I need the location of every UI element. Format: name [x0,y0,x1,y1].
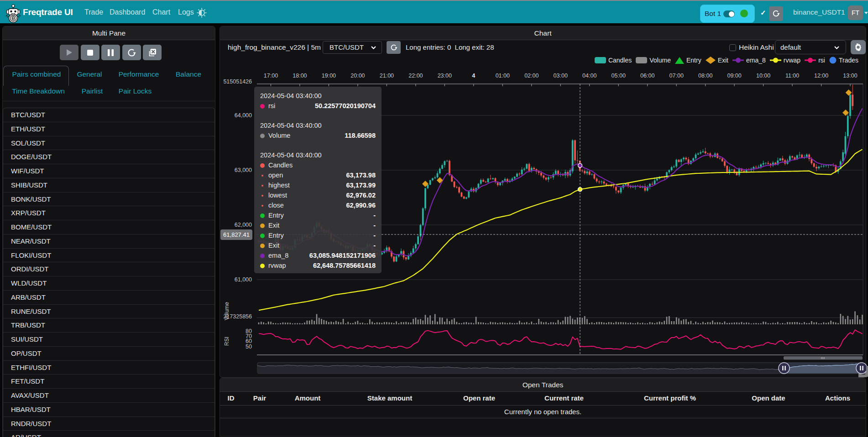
svg-text:22:00: 22:00 [408,73,423,79]
svg-text:08:00: 08:00 [698,73,712,79]
svg-text:05:00: 05:00 [612,73,626,79]
svg-text:03:00: 03:00 [554,73,568,79]
svg-text:10:00: 10:00 [756,73,770,79]
svg-text:4: 4 [472,73,475,79]
svg-text:18:00: 18:00 [293,73,307,79]
svg-text:11:00: 11:00 [785,73,799,79]
svg-text:21:00: 21:00 [380,73,394,79]
svg-text:63,000: 63,000 [235,167,252,173]
svg-text:01:00: 01:00 [496,73,510,79]
svg-text:515051426: 515051426 [223,78,252,85]
svg-text:20:00: 20:00 [350,73,365,79]
svg-text:61,827.41: 61,827.41 [223,231,250,238]
svg-text:Volume: Volume [224,302,230,320]
svg-text:19:00: 19:00 [322,73,336,79]
svg-text:07:00: 07:00 [669,73,684,79]
svg-text:50: 50 [246,343,252,350]
svg-text:13:00: 13:00 [843,73,857,79]
svg-text:61,000: 61,000 [235,276,252,283]
svg-text:64,000: 64,000 [235,112,252,119]
svg-text:06:00: 06:00 [640,73,654,79]
svg-text:12:00: 12:00 [814,73,828,79]
svg-text:17:00: 17:00 [264,73,278,79]
svg-text:09:00: 09:00 [727,73,741,79]
svg-text:62,000: 62,000 [235,222,252,228]
svg-text:RSI: RSI [224,337,230,346]
svg-text:04:00: 04:00 [582,73,596,79]
svg-text:23:00: 23:00 [438,73,452,79]
svg-text:02:00: 02:00 [524,73,539,79]
